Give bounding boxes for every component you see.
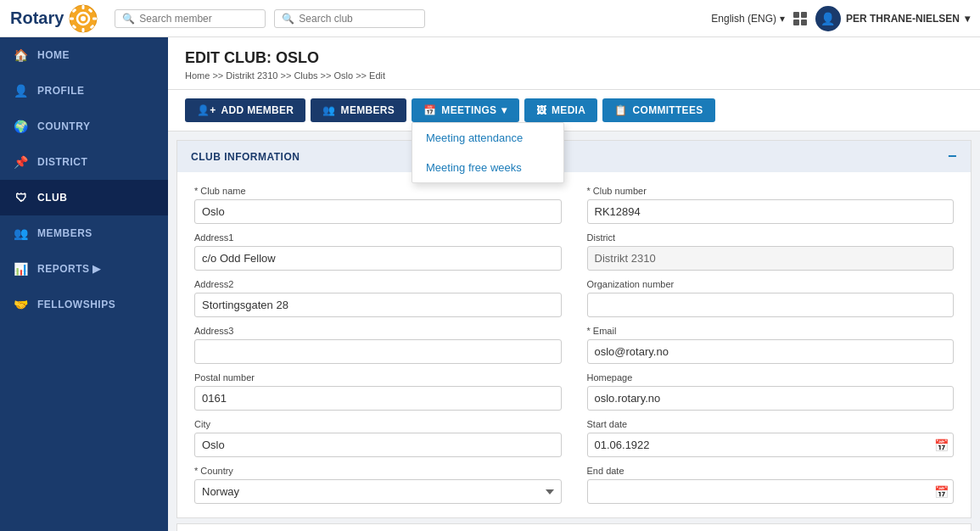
address3-input[interactable] [194, 339, 562, 364]
grid-view-icon[interactable] [793, 12, 807, 25]
email-label: * Email [587, 326, 955, 336]
start-date-calendar-icon[interactable]: 📅 [934, 439, 949, 452]
club-information-section: CLUB INFORMATION − * Club name Address1 … [176, 140, 972, 518]
dropdown-item-attendance[interactable]: Meeting attendance [412, 123, 563, 153]
district-label: District [587, 232, 955, 243]
address1-input[interactable] [194, 246, 562, 271]
district-group: District [587, 232, 955, 271]
postal-label: Postal number [194, 372, 562, 383]
sidebar-label-home: HOME [37, 49, 70, 61]
media-button[interactable]: 🖼 MEDIA [524, 98, 597, 122]
sidebar-item-home[interactable]: 🏠 HOME [0, 37, 168, 73]
sidebar-item-fellowships[interactable]: 🤝 FELLOWSHIPS [0, 287, 168, 322]
meetings-button[interactable]: 📅 MEETINGS ▾ [412, 98, 519, 122]
country-group: * Country Norway [194, 466, 562, 504]
country-icon: 🌍 [14, 119, 29, 134]
address2-input[interactable] [194, 293, 562, 317]
page-title: EDIT CLUB: OSLO [185, 49, 963, 67]
sidebar-item-country[interactable]: 🌍 COUNTRY [0, 109, 168, 144]
action-bar: 👤+ ADD MEMBER 👥 MEMBERS 📅 MEETINGS ▾ Mee… [168, 90, 980, 131]
club-info-body: * Club name Address1 Address2 Address3 [177, 172, 971, 517]
logo-area: Rotary [10, 4, 98, 33]
svg-rect-3 [82, 5, 85, 9]
search-member-input[interactable] [139, 13, 258, 25]
search-club-box[interactable]: 🔍 [274, 9, 425, 28]
home-icon: 🏠 [14, 48, 29, 63]
start-date-group: Start date 📅 [587, 419, 955, 457]
club-name-group: * Club name [194, 186, 562, 224]
right-column: * Club number District Organization numb… [587, 186, 955, 504]
members-btn-icon: 👥 [322, 104, 335, 116]
end-date-calendar-icon[interactable]: 📅 [934, 485, 949, 499]
content-area: EDIT CLUB: OSLO Home >> Distrikt 2310 >>… [168, 37, 980, 531]
meetings-dropdown-menu: Meeting attendance Meeting free weeks [412, 122, 564, 183]
club-number-input[interactable] [587, 199, 955, 224]
reports-icon: 📊 [14, 261, 29, 277]
media-icon: 🖼 [536, 104, 546, 116]
club-number-label: * Club number [587, 186, 955, 196]
left-column: * Club name Address1 Address2 Address3 [194, 186, 562, 504]
postal-group: Postal number [194, 372, 562, 411]
email-group: * Email [587, 326, 955, 364]
sidebar-item-district[interactable]: 📌 DISTRICT [0, 144, 168, 180]
org-number-group: Organization number [587, 279, 955, 317]
city-input[interactable] [194, 433, 562, 457]
meetings-chevron-icon: ▾ [501, 104, 507, 116]
sidebar-item-reports[interactable]: 📊 REPORTS ▶ [0, 251, 168, 287]
club-number-group: * Club number [587, 186, 955, 224]
user-chevron-icon: ▾ [965, 13, 970, 25]
org-number-input[interactable] [587, 293, 955, 317]
sidebar-item-profile[interactable]: 👤 PROFILE [0, 73, 168, 109]
district-icon: 📌 [14, 154, 29, 170]
rotary-logo-icon [69, 4, 98, 33]
postal-input[interactable] [194, 386, 562, 411]
club-info-collapse-icon[interactable]: − [948, 148, 957, 165]
sidebar-label-members: MEMBERS [37, 227, 92, 239]
members-button[interactable]: 👥 MEMBERS [311, 98, 406, 122]
svg-rect-5 [70, 17, 74, 20]
homepage-input[interactable] [587, 386, 955, 411]
club-name-label: * Club name [194, 186, 562, 196]
address2-label: Address2 [194, 279, 562, 289]
end-date-label: End date [587, 466, 955, 476]
city-group: City [194, 419, 562, 457]
email-input[interactable] [587, 339, 955, 364]
main-layout: 🏠 HOME 👤 PROFILE 🌍 COUNTRY 📌 DISTRICT 🛡 … [0, 37, 980, 531]
sidebar-item-members[interactable]: 👥 MEMBERS [0, 215, 168, 251]
breadcrumb: Home >> Distrikt 2310 >> Clubs >> Oslo >… [185, 70, 963, 81]
fellowships-icon: 🤝 [14, 297, 29, 312]
language-selector[interactable]: English (ENG) ▾ [711, 13, 785, 25]
dropdown-item-free-weeks[interactable]: Meeting free weeks [412, 153, 563, 182]
address2-group: Address2 [194, 279, 562, 317]
sidebar-label-district: DISTRICT [37, 156, 87, 168]
club-icon: 🛡 [14, 190, 29, 205]
search-member-box[interactable]: 🔍 [115, 9, 266, 28]
city-label: City [194, 419, 562, 429]
country-select[interactable]: Norway [194, 479, 562, 504]
members-icon: 👥 [14, 226, 29, 241]
search-club-icon: 🔍 [282, 13, 294, 25]
address3-label: Address3 [194, 326, 562, 336]
end-date-input[interactable] [587, 479, 955, 504]
svg-rect-6 [92, 17, 97, 20]
search-club-input[interactable] [299, 13, 417, 25]
sidebar-label-profile: PROFILE [37, 85, 85, 97]
logo-text: Rotary [10, 8, 64, 28]
committees-button[interactable]: 📋 COMMITTEES [602, 98, 714, 122]
user-area[interactable]: 👤 PER THRANE-NIELSEN ▾ [815, 6, 970, 31]
avatar: 👤 [815, 6, 841, 31]
start-date-input[interactable] [587, 433, 955, 457]
address1-label: Address1 [194, 232, 562, 243]
sidebar-label-club: CLUB [37, 192, 67, 204]
meeting-info-header[interactable]: MEETING INFORMATION ⊕ [177, 524, 971, 531]
sidebar-item-club[interactable]: 🛡 CLUB [0, 180, 168, 215]
meeting-information-section: MEETING INFORMATION ⊕ [176, 523, 972, 531]
sidebar-label-reports: REPORTS ▶ [37, 263, 101, 275]
club-info-header: CLUB INFORMATION − [177, 141, 971, 172]
add-member-button[interactable]: 👤+ ADD MEMBER [185, 98, 305, 122]
club-name-input[interactable] [194, 199, 562, 224]
start-date-label: Start date [587, 419, 955, 429]
sidebar-label-fellowships: FELLOWSHIPS [37, 299, 115, 310]
language-label: English (ENG) [711, 13, 776, 25]
user-name: PER THRANE-NIELSEN [846, 13, 960, 25]
